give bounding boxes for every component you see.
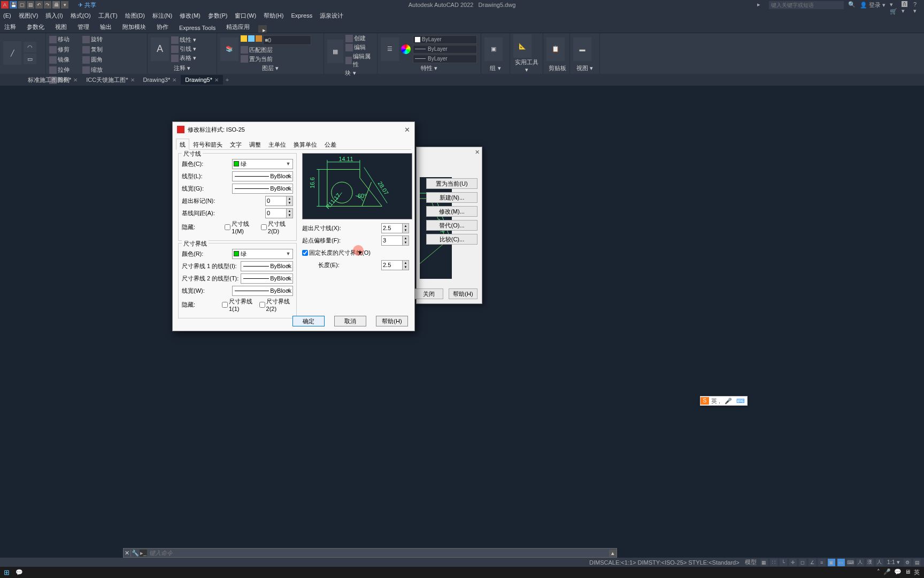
menu-item[interactable]: 标注(N)	[149, 11, 175, 21]
measure-button[interactable]: 📐	[513, 34, 532, 58]
panel-label[interactable]: 视图 ▾	[573, 64, 596, 73]
modify-tool-button[interactable]: 圆角	[82, 56, 113, 64]
color-wheel-icon[interactable]	[401, 44, 411, 54]
dimstyle-mgr-button[interactable]: 新建(N)...	[426, 192, 478, 203]
ribbon-tab[interactable]: 视图	[51, 21, 71, 33]
ok-button[interactable]: 确定	[292, 316, 325, 326]
dialog-tab[interactable]: 符号和箭头	[189, 139, 226, 150]
tray-lang-icon[interactable]: 英	[914, 568, 920, 576]
tray-input-icon[interactable]: 🎤	[883, 568, 891, 576]
cmdline-close-icon[interactable]: ✕	[124, 550, 131, 557]
cart-icon[interactable]: ▾ 🛒	[890, 1, 897, 9]
panel-label[interactable]: 注释 ▾	[151, 64, 213, 73]
extline2-ltype-combo[interactable]: ByBlock▼	[241, 273, 293, 284]
layer-freeze-icon[interactable]	[248, 35, 255, 42]
layer-iso-button[interactable]: 置为当前	[241, 55, 311, 63]
gear-icon[interactable]: ⚙	[904, 559, 911, 566]
status-mode[interactable]: 模型	[743, 558, 758, 566]
properties-button[interactable]: ☰	[381, 37, 399, 61]
close-icon[interactable]: ✕	[404, 126, 410, 134]
file-tab[interactable]: Drawing5* ✕	[181, 75, 223, 85]
share-button[interactable]: ✈ 共享	[78, 1, 96, 9]
dialog-tab[interactable]: 线	[176, 139, 189, 150]
annoscale-icon[interactable]: 人	[876, 559, 883, 566]
block-tool-button[interactable]: 编辑	[345, 43, 374, 51]
file-tab[interactable]: ICC天馈施工图* ✕	[82, 74, 138, 86]
dynmode-icon[interactable]: ⌨	[847, 559, 854, 566]
block-tool-button[interactable]: 编辑属性	[345, 52, 374, 69]
property-combo[interactable]: ByLayer	[413, 55, 477, 63]
rect-button[interactable]: ▭	[24, 54, 36, 64]
menu-item[interactable]: 帮助(H)	[260, 11, 287, 21]
modify-tool-button[interactable]: 修剪	[49, 45, 80, 54]
layer-properties-button[interactable]: 📚	[220, 37, 238, 61]
tray-notify-icon[interactable]: 💬	[894, 568, 902, 576]
layer-combo[interactable]: ■ 0	[263, 35, 311, 45]
ribbon-tab[interactable]: Express Tools	[175, 23, 220, 33]
ortho-icon[interactable]: └	[780, 559, 787, 566]
baseline-spacing-spin[interactable]: 0▲▼	[265, 208, 293, 218]
layer-lock-icon[interactable]	[256, 35, 262, 42]
file-tab[interactable]: 标准施工图图框* ✕	[24, 74, 82, 86]
dialog-tab[interactable]: 调整	[245, 139, 265, 150]
login-button[interactable]: 👤 登录 ▾	[860, 1, 886, 9]
dialog-tab[interactable]: 文字	[226, 139, 245, 150]
tray-up-icon[interactable]: ˄	[877, 568, 880, 576]
property-combo[interactable]: ByLayer	[413, 45, 477, 54]
insert-block-button[interactable]: ▦	[327, 40, 343, 63]
line-button[interactable]: ╱	[3, 41, 21, 65]
modify-tool-button[interactable]: 复制	[82, 45, 113, 54]
panel-label[interactable]: 实用工具 ▾	[513, 58, 540, 74]
panel-label[interactable]: 图层 ▾	[220, 64, 320, 73]
add-tab-button[interactable]: +	[223, 77, 232, 83]
ribbon-tab[interactable]: 精选应用	[222, 21, 254, 33]
qat-more-icon[interactable]: ▾	[61, 1, 68, 9]
cancel-button[interactable]: 取消	[334, 316, 366, 326]
ime-logo-icon[interactable]: S	[700, 397, 709, 405]
dimstyle-mgr-button[interactable]: 修改(M)...	[426, 206, 478, 217]
bg-help-button[interactable]: 帮助(H)	[449, 288, 478, 299]
ribbon-tab[interactable]: 管理	[73, 21, 94, 33]
modify-tool-button[interactable]: 移动	[49, 35, 80, 43]
menu-item[interactable]: 绘图(D)	[122, 11, 148, 21]
menu-item[interactable]: 参数(P)	[205, 11, 231, 21]
grid-icon[interactable]: ▦	[760, 559, 768, 566]
extline-lwt-combo[interactable]: ByBlock▼	[232, 286, 293, 296]
menu-item[interactable]: 源泉设计	[317, 11, 346, 21]
file-tab[interactable]: Drawing3* ✕	[139, 75, 181, 85]
hide-extline2-check[interactable]: 尺寸界线 2(2)	[259, 298, 293, 312]
help-button[interactable]: 帮助(H)	[376, 316, 408, 326]
annot-tool-button[interactable]: 表格 ▾	[171, 54, 196, 62]
extline1-ltype-combo[interactable]: ByBlock▼	[241, 261, 293, 271]
search-icon[interactable]: 🔍	[848, 1, 856, 9]
dialog-tab[interactable]: 主单位	[265, 139, 290, 150]
osnap-icon[interactable]: ◻	[799, 559, 806, 566]
menu-item[interactable]: 视图(V)	[16, 11, 42, 21]
panel-label[interactable]: 特性 ▾	[381, 64, 478, 73]
apps-icon[interactable]: 🅰 ▾	[902, 1, 909, 9]
dialog-tab[interactable]: 公差	[321, 139, 340, 150]
panel-label[interactable]: 组 ▾	[484, 64, 506, 73]
dimline-lwt-combo[interactable]: ByBlock▼	[232, 184, 293, 194]
saveall-icon[interactable]: ▤	[27, 1, 34, 9]
open-icon[interactable]: ▢	[18, 1, 26, 9]
group-button[interactable]: ▣	[484, 37, 503, 61]
search-input[interactable]	[769, 1, 844, 9]
menu-item[interactable]: 插入(I)	[42, 11, 66, 21]
block-tool-button[interactable]: 创建	[345, 34, 374, 42]
scale-text[interactable]: 1:1 ▾	[886, 559, 902, 566]
arc-button[interactable]: ◠	[24, 42, 36, 52]
print-icon[interactable]: 🖶	[52, 1, 60, 9]
ribbon-tab[interactable]: 输出	[96, 21, 116, 33]
dimline-ltype-combo[interactable]: ByBlock▼	[232, 171, 293, 181]
panel-label[interactable]: 块 ▾	[327, 69, 374, 78]
ribbon-tab[interactable]: 附加模块	[118, 21, 150, 33]
fixed-length-spin[interactable]: 2.5▲▼	[381, 260, 409, 270]
dimline-color-combo[interactable]: 绿▼	[232, 159, 293, 169]
qat-menu-icon[interactable]: A	[1, 1, 9, 9]
ribbon-tab[interactable]: 注释	[0, 21, 20, 33]
modify-tool-button[interactable]: 缩放	[82, 66, 113, 74]
ext-beyond-ticks-spin[interactable]: 0▲▼	[265, 196, 293, 206]
taskbar-app-icon[interactable]: 💬	[13, 567, 26, 578]
command-input[interactable]	[147, 550, 609, 556]
